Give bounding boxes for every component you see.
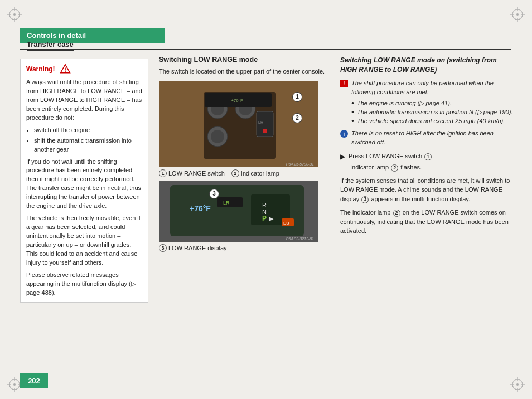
caption-text-3: LOW RANGE display [168, 245, 227, 251]
svg-text:LR: LR [223, 200, 230, 206]
main-section-heading: Switching LOW RANGE mode [159, 56, 332, 64]
warning-box: Warning! Always wait until the procedure… [20, 59, 148, 303]
section-divider [20, 49, 511, 50]
cluster-image-container: +76°F LR R N P ▶ D3 P54.32-3212-81 3 [159, 181, 318, 252]
blue-info-box: i There is no reset to HIGH after the ig… [340, 129, 513, 147]
bullet-dot-1: • [351, 99, 354, 107]
svg-text:P54.32-3212-81: P54.32-3212-81 [286, 237, 314, 241]
svg-point-23 [516, 383, 519, 386]
svg-point-5 [13, 13, 16, 16]
warning-text-1: Always wait until the procedure of shift… [26, 78, 142, 123]
action-item-1: ▶ Press LOW RANGE switch 1. [340, 153, 513, 160]
svg-point-11 [516, 13, 519, 16]
warning-text-2: If you do not wait until the shifting pr… [26, 158, 142, 211]
section-subtitle: Transfer case [27, 40, 74, 51]
blue-info-text: There is no reset to HIGH after the igni… [351, 129, 513, 147]
condition-2: • The automatic transmission is in posit… [351, 109, 513, 116]
caption-text-2: Indicator lamp [241, 170, 279, 177]
svg-text:+76°F: +76°F [231, 98, 243, 103]
right-paragraph-2: The indicator lamp 2 on the LOW RANGE sw… [340, 208, 513, 236]
right-paragraph-1: If the system senses that all conditions… [340, 176, 513, 204]
warning-bullet-2: shift the automatic transmission into an… [34, 137, 142, 154]
action-text-2: Indicator lamp 2 flashes. [350, 164, 422, 172]
svg-text:R: R [262, 202, 267, 208]
caption-text-1: LOW RANGE switch [168, 170, 225, 177]
image-caption-row-2: 3 LOW RANGE display [159, 244, 318, 252]
svg-text:▶: ▶ [269, 215, 274, 222]
svg-point-35 [211, 130, 224, 143]
cluster-image-svg: +76°F LR R N P ▶ D3 P54.32-3212-81 [159, 181, 318, 242]
action-text-1: Press LOW RANGE switch 1. [349, 153, 434, 160]
main-paragraph-1: The switch is located on the upper part … [159, 67, 332, 76]
image-badge-1: 1 [292, 92, 302, 102]
svg-text:P: P [262, 215, 267, 222]
inline-num-3: 3 [361, 196, 369, 203]
warning-bullet-list: switch off the engine shift the automati… [34, 126, 142, 154]
red-info-icon: ! [340, 80, 348, 87]
svg-text:P54.25-5780-31: P54.25-5780-31 [286, 162, 314, 166]
right-content-column: Switching LOW RANGE mode on (switching f… [340, 56, 513, 240]
cluster-image: +76°F LR R N P ▶ D3 P54.32-3212-81 3 [159, 181, 318, 242]
svg-text:D3: D3 [283, 221, 289, 226]
condition-3: • The vehicle speed does not exceed 25 m… [351, 118, 513, 125]
svg-point-26 [65, 71, 66, 72]
warning-triangle-icon [60, 64, 71, 75]
conditions-list: • The engine is running (▷ page 41). • T… [351, 100, 513, 125]
header-title: Controls in detail [27, 31, 86, 40]
image-badge-3: 3 [209, 189, 219, 199]
warning-text-4: Please observe related messages appearin… [26, 271, 142, 298]
action-item-2: Indicator lamp 2 flashes. [350, 164, 513, 172]
inline-num-1: 1 [424, 153, 432, 160]
warning-bullet-1: switch off the engine [34, 126, 142, 135]
svg-text:LR: LR [258, 120, 263, 124]
condition-1: • The engine is running (▷ page 41). [351, 100, 513, 107]
warning-title: Warning! [26, 65, 55, 73]
svg-rect-45 [217, 197, 243, 207]
caption-item-3: 3 LOW RANGE display [159, 244, 227, 252]
inline-num-4: 2 [393, 210, 400, 217]
right-section-heading: Switching LOW RANGE mode on (switching f… [340, 56, 513, 75]
warning-body: Always wait until the procedure of shift… [26, 78, 142, 298]
bullet-dot-2: • [351, 108, 354, 116]
corner-crosshair-tr [507, 4, 528, 25]
svg-point-38 [263, 129, 267, 133]
svg-text:+76°F: +76°F [190, 204, 211, 213]
condition-text-3: The vehicle speed does not exceed 25 mph… [357, 118, 505, 125]
red-info-box: ! The shift procedure can only be perfor… [340, 79, 513, 97]
corner-crosshair-br [507, 374, 528, 395]
arrow-icon-1: ▶ [340, 153, 345, 160]
svg-point-17 [13, 383, 16, 386]
warning-header: Warning! [26, 64, 142, 75]
bullet-dot-3: • [351, 117, 354, 125]
console-image-container: LR +76°F P54.25-5780-31 1 2 1 LOW RANGE … [159, 81, 318, 177]
caption-num-1: 1 [159, 169, 167, 177]
caption-num-2: 2 [231, 169, 239, 177]
console-image: LR +76°F P54.25-5780-31 1 2 [159, 81, 318, 167]
red-info-text: The shift procedure can only be performe… [351, 79, 513, 97]
blue-info-icon: i [340, 130, 348, 138]
inline-num-2: 2 [391, 164, 398, 172]
warning-text-3: The vehicle is then freely movable, even… [26, 214, 142, 267]
condition-text-2: The automatic transmission is in positio… [357, 109, 512, 116]
caption-item-1: 1 LOW RANGE switch [159, 169, 225, 177]
page-number-box: 202 [20, 373, 48, 388]
corner-crosshair-tl [4, 4, 25, 25]
page-number: 202 [28, 377, 40, 385]
caption-item-2: 2 Indicator lamp [231, 169, 279, 177]
condition-text-1: The engine is running (▷ page 41). [357, 100, 452, 107]
main-content-column: Switching LOW RANGE mode The switch is l… [159, 56, 332, 255]
image-caption-row: 1 LOW RANGE switch 2 Indicator lamp [159, 169, 318, 177]
caption-num-3: 3 [159, 244, 167, 252]
image-badge-2: 2 [292, 113, 302, 123]
